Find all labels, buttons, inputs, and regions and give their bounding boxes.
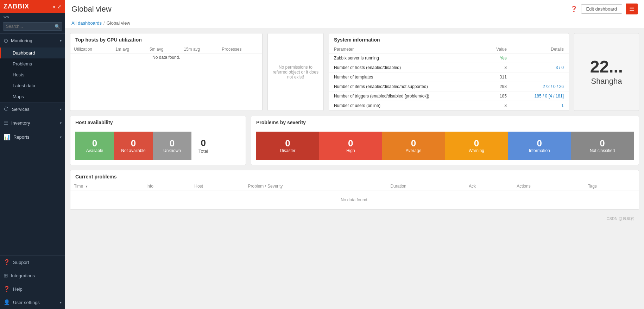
bottom-panels-row: Host availability 0Available0Not availab… bbox=[70, 116, 639, 165]
severity-bar-disaster[interactable]: 0Disaster bbox=[256, 132, 319, 160]
user-settings-label: User settings bbox=[13, 300, 40, 305]
help-icon: ❓ bbox=[4, 286, 10, 292]
collapse-icon[interactable]: « bbox=[52, 4, 55, 10]
monitoring-sub-items: Dashboard Problems Hosts Latest data Map… bbox=[0, 48, 65, 102]
host-avail-bar-available[interactable]: 0Available bbox=[75, 132, 114, 160]
breadcrumb-all-dashboards[interactable]: All dashboards bbox=[71, 20, 102, 26]
sys-value: 3 bbox=[482, 63, 512, 72]
severity-label: Not classified bbox=[590, 148, 615, 153]
breadcrumb: All dashboards / Global view bbox=[65, 18, 644, 28]
search-icon: 🔍 bbox=[55, 24, 60, 29]
hamburger-menu-button[interactable]: ☰ bbox=[626, 4, 638, 14]
sys-param: Number of triggers (enabled/disabled [pr… bbox=[329, 92, 482, 101]
sys-details: 1 bbox=[512, 101, 569, 111]
expand-icon[interactable]: ⤢ bbox=[57, 4, 62, 10]
support-icon: ❓ bbox=[4, 259, 10, 265]
severity-count: 0 bbox=[600, 138, 605, 149]
severity-count: 0 bbox=[474, 138, 479, 149]
edit-dashboard-button[interactable]: Edit dashboard bbox=[581, 4, 622, 14]
integrations-icon: ⊞ bbox=[4, 272, 8, 279]
col-1m-avg: 1m avg bbox=[112, 45, 146, 53]
current-problems-panel: Current problems Time ▼InfoHostProblem •… bbox=[70, 170, 639, 210]
monitoring-header[interactable]: ⊙ Monitoring ▾ bbox=[0, 34, 65, 48]
sidebar-user-label: ww bbox=[0, 13, 65, 21]
sidebar-search-area: 🔍 bbox=[0, 21, 65, 33]
top-hosts-table: Utilization 1m avg 5m avg 15m avg Proces… bbox=[70, 45, 262, 61]
sys-details: 185 / 0 [4 / 181] bbox=[512, 92, 569, 101]
problems-col-time[interactable]: Time ▼ bbox=[70, 182, 143, 190]
monitoring-chevron: ▾ bbox=[60, 39, 62, 43]
sys-col-value: Value bbox=[482, 45, 512, 53]
severity-label: Average bbox=[406, 148, 421, 153]
reports-chevron: ▾ bbox=[60, 135, 62, 139]
sidebar-bottom: ❓ Support ⊞ Integrations ❓ Help 👤 User s… bbox=[0, 255, 65, 309]
sys-param: Number of items (enabled/disabled/not su… bbox=[329, 82, 482, 92]
sidebar-header: ZABBIX « ⤢ bbox=[0, 0, 65, 13]
services-header[interactable]: ⏱ Services ▾ bbox=[0, 102, 65, 116]
sys-value: 185 bbox=[482, 92, 512, 101]
topbar-help-icon[interactable]: ❓ bbox=[570, 6, 577, 12]
sidebar-item-dashboard[interactable]: Dashboard bbox=[0, 48, 65, 58]
sys-details bbox=[512, 53, 569, 63]
sys-param: Number of templates bbox=[329, 72, 482, 82]
sidebar-item-user-settings[interactable]: 👤 User settings ▾ bbox=[0, 296, 65, 309]
sidebar-item-maps[interactable]: Maps bbox=[0, 91, 65, 102]
problems-col-problem---severity: Problem • Severity bbox=[244, 182, 387, 190]
support-label: Support bbox=[13, 260, 29, 265]
host-avail-bar-unknown[interactable]: 0Unknown bbox=[153, 132, 191, 160]
sidebar-item-hosts[interactable]: Hosts bbox=[0, 69, 65, 80]
sidebar-item-support[interactable]: ❓ Support bbox=[0, 256, 65, 269]
nav-section-reports: 📊 Reports ▾ bbox=[0, 130, 65, 144]
reports-header[interactable]: 📊 Reports ▾ bbox=[0, 130, 65, 144]
severity-bar-not-classified[interactable]: 0Not classified bbox=[571, 132, 634, 160]
sidebar-item-integrations[interactable]: ⊞ Integrations bbox=[0, 269, 65, 282]
integrations-label: Integrations bbox=[11, 273, 35, 278]
severity-label: High bbox=[346, 148, 355, 153]
severity-bar-high[interactable]: 0High bbox=[319, 132, 382, 160]
problems-col-duration: Duration bbox=[387, 182, 465, 190]
sidebar-item-latest-data[interactable]: Latest data bbox=[0, 80, 65, 91]
host-avail-bar-not-available[interactable]: 0Not available bbox=[114, 132, 153, 160]
inventory-header[interactable]: ☰ Inventory ▾ bbox=[0, 116, 65, 130]
col-5m-avg: 5m avg bbox=[146, 45, 180, 53]
host-availability-bars: 0Available0Not available0Unknown0Total bbox=[70, 128, 246, 165]
sys-details: 3 / 0 bbox=[512, 63, 569, 72]
sys-col-parameter: Parameter bbox=[329, 45, 482, 53]
col-processes: Processes bbox=[218, 45, 262, 53]
table-row: Number of items (enabled/disabled/not su… bbox=[329, 82, 569, 92]
content-area: Top hosts by CPU utilization Utilization… bbox=[65, 28, 644, 309]
avail-count: 0 bbox=[131, 138, 136, 149]
sidebar-logo: ZABBIX bbox=[4, 3, 29, 10]
table-row: Number of users (online)31 bbox=[329, 101, 569, 111]
severity-bars-container: 0Disaster0High0Average0Warning0Informati… bbox=[251, 128, 639, 165]
sys-value: Yes bbox=[482, 53, 512, 63]
problems-col-tags: Tags bbox=[584, 182, 639, 190]
table-row: Number of hosts (enabled/disabled)33 / 0 bbox=[329, 63, 569, 72]
help-label: Help bbox=[13, 286, 23, 292]
table-row: Number of templates311 bbox=[329, 72, 569, 82]
problems-col-host: Host bbox=[191, 182, 244, 190]
user-settings-chevron: ▾ bbox=[60, 301, 62, 304]
avail-label: Unknown bbox=[163, 148, 181, 153]
sys-value: 3 bbox=[482, 101, 512, 111]
sidebar-header-icons: « ⤢ bbox=[52, 4, 62, 10]
severity-label: Disaster bbox=[280, 148, 295, 153]
sys-col-details: Details bbox=[512, 45, 569, 53]
host-availability-title: Host availability bbox=[70, 116, 246, 128]
sort-arrow: ▼ bbox=[85, 185, 88, 188]
sys-value: 298 bbox=[482, 82, 512, 92]
col-15m-avg: 15m avg bbox=[180, 45, 218, 53]
clock-panel: 22... Shangha bbox=[574, 33, 639, 111]
sidebar-item-problems[interactable]: Problems bbox=[0, 58, 65, 69]
severity-label: Information bbox=[529, 148, 550, 153]
severity-bar-warning[interactable]: 0Warning bbox=[445, 132, 508, 160]
sidebar-item-help[interactable]: ❓ Help bbox=[0, 282, 65, 296]
severity-bar-average[interactable]: 0Average bbox=[382, 132, 445, 160]
nav-section-services: ⏱ Services ▾ bbox=[0, 102, 65, 116]
severity-bar-information[interactable]: 0Information bbox=[508, 132, 571, 160]
avail-count: 0 bbox=[92, 138, 97, 149]
services-label: Services bbox=[12, 107, 30, 112]
table-row: Number of triggers (enabled/disabled [pr… bbox=[329, 92, 569, 101]
clock-city: Shangha bbox=[591, 77, 622, 86]
search-input[interactable] bbox=[3, 22, 62, 31]
